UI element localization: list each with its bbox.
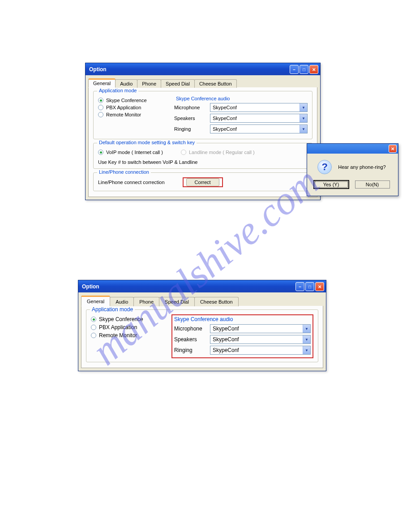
radio-label: Remote Monitor bbox=[106, 112, 141, 117]
select-speakers[interactable]: SkypeConf ▼ bbox=[210, 335, 311, 344]
label-microphone: Microphone bbox=[174, 326, 210, 332]
radio-label: VoIP mode ( Internet call ) bbox=[106, 150, 163, 155]
tab-general[interactable]: General bbox=[88, 78, 116, 88]
radio-landline-mode: Landline mode ( Regular call ) bbox=[181, 150, 255, 155]
group-application-mode: Application mode Skype Conference PBX Ap… bbox=[86, 309, 318, 362]
select-value: SkypeConf bbox=[213, 126, 237, 132]
titlebar-2: Option – □ ✕ bbox=[78, 280, 326, 292]
radio-icon bbox=[98, 150, 103, 155]
group-line-phone: Line/Phone connection Line/Phone connect… bbox=[93, 172, 313, 191]
radio-voip-mode[interactable]: VoIP mode ( Internet call ) bbox=[98, 150, 163, 155]
minimize-button[interactable]: – bbox=[295, 282, 304, 291]
minimize-button[interactable]: – bbox=[290, 65, 299, 74]
titlebar-1: Option – □ ✕ bbox=[86, 63, 320, 75]
radio-icon bbox=[91, 317, 96, 322]
select-microphone[interactable]: SkypeConf ▼ bbox=[210, 324, 311, 333]
option-window-2: Option – □ ✕ General Audio Phone Speed D… bbox=[78, 280, 326, 371]
radio-icon bbox=[98, 98, 103, 103]
tab-audio[interactable]: Audio bbox=[110, 297, 134, 306]
radio-label: PBX Application bbox=[99, 324, 137, 330]
group-title-app-mode: Application mode bbox=[97, 88, 138, 93]
tab-general[interactable]: General bbox=[81, 296, 110, 306]
maximize-button[interactable]: □ bbox=[300, 65, 308, 74]
correct-button[interactable]: Correct bbox=[186, 178, 219, 186]
client-area: General Audio Phone Speed Dial Cheese Bu… bbox=[78, 292, 326, 371]
dialog-text: Hear any phone-ring? bbox=[338, 164, 385, 170]
option-window-1: Option – □ ✕ General Audio Phone Speed D… bbox=[85, 63, 321, 200]
highlight-audio-section: Skype Conference audio Microphone SkypeC… bbox=[171, 314, 313, 358]
radio-label: Remote Monitor bbox=[99, 332, 137, 339]
radio-icon bbox=[91, 325, 96, 330]
group-application-mode: Application mode Skype Conference PBX Ap… bbox=[93, 91, 313, 139]
chevron-down-icon: ▼ bbox=[300, 114, 307, 122]
chevron-down-icon: ▼ bbox=[303, 335, 310, 343]
switch-key-hint: Use Key # to switch between VoIP & Landl… bbox=[98, 159, 308, 165]
radio-label: Skype Conference bbox=[99, 316, 143, 322]
tab-phone[interactable]: Phone bbox=[137, 79, 161, 88]
label-microphone: Microphone bbox=[174, 105, 210, 110]
close-button[interactable]: ✕ bbox=[309, 65, 318, 74]
tab-phone[interactable]: Phone bbox=[133, 297, 159, 306]
question-icon: ? bbox=[317, 160, 332, 174]
no-button[interactable]: No(N) bbox=[355, 180, 390, 189]
group-title-line-phone: Line/Phone connection bbox=[97, 169, 151, 175]
dialog-body: ? Hear any phone-ring? Yes (Y) No(N) bbox=[307, 154, 398, 196]
radio-label: Skype Conference bbox=[106, 98, 147, 103]
highlight-correct-button: Correct bbox=[183, 177, 223, 187]
chevron-down-icon: ▼ bbox=[303, 346, 310, 354]
tab-audio[interactable]: Audio bbox=[115, 79, 137, 88]
select-value: SkypeConf bbox=[213, 326, 239, 332]
dialog-close-button[interactable]: ✕ bbox=[389, 145, 397, 153]
radio-icon bbox=[98, 112, 103, 117]
label-ringing: Ringing bbox=[174, 126, 210, 132]
line-connect-label: Line/Phone connect correction bbox=[98, 180, 165, 185]
label-ringing: Ringing bbox=[174, 347, 210, 353]
radio-skype-conference[interactable]: Skype Conference bbox=[91, 316, 163, 322]
radio-skype-conference[interactable]: Skype Conference bbox=[98, 98, 165, 103]
radio-remote-monitor[interactable]: Remote Monitor bbox=[91, 332, 163, 339]
tab-bar: General Audio Phone Speed Dial Cheese Bu… bbox=[81, 295, 323, 306]
window-title: Option bbox=[82, 283, 99, 290]
panel-general: Application mode Skype Conference PBX Ap… bbox=[88, 87, 317, 197]
select-ringing[interactable]: SkypeConf ▼ bbox=[210, 346, 311, 355]
select-microphone[interactable]: SkypeConf ▼ bbox=[210, 103, 308, 112]
phone-ring-dialog: ✕ ? Hear any phone-ring? Yes (Y) No(N) bbox=[307, 143, 398, 196]
select-ringing[interactable]: SkypeConf ▼ bbox=[210, 124, 308, 133]
radio-icon bbox=[91, 333, 96, 338]
dialog-titlebar: ✕ bbox=[307, 144, 398, 154]
radio-icon bbox=[181, 150, 186, 155]
radio-pbx-application[interactable]: PBX Application bbox=[98, 105, 165, 110]
label-speakers: Speakers bbox=[174, 336, 210, 343]
label-speakers: Speakers bbox=[174, 116, 210, 121]
tab-speed-dial[interactable]: Speed Dial bbox=[161, 79, 195, 88]
select-value: SkypeConf bbox=[213, 105, 237, 110]
tab-bar: General Audio Phone Speed Dial Cheese Bu… bbox=[88, 78, 317, 88]
chevron-down-icon: ▼ bbox=[300, 125, 307, 133]
radio-icon bbox=[98, 105, 103, 110]
chevron-down-icon: ▼ bbox=[300, 103, 307, 112]
group-title-app-mode: Application mode bbox=[90, 306, 135, 313]
select-value: SkypeConf bbox=[213, 336, 239, 343]
chevron-down-icon: ▼ bbox=[303, 325, 310, 333]
window-title: Option bbox=[89, 66, 107, 73]
radio-label: Landline mode ( Regular call ) bbox=[189, 150, 255, 155]
close-button[interactable]: ✕ bbox=[315, 282, 324, 291]
title-buttons: – □ ✕ bbox=[295, 282, 324, 291]
group-title-audio: Skype Conference audio bbox=[174, 96, 308, 101]
select-speakers[interactable]: SkypeConf ▼ bbox=[210, 114, 308, 123]
tab-cheese-button[interactable]: Cheese Button bbox=[194, 79, 237, 88]
tab-cheese-button[interactable]: Cheese Button bbox=[194, 297, 239, 306]
group-operation-mode: Default operation mode setting & switch … bbox=[93, 143, 313, 169]
group-title-op-mode: Default operation mode setting & switch … bbox=[97, 140, 197, 145]
client-area: General Audio Phone Speed Dial Cheese Bu… bbox=[86, 75, 320, 200]
panel-general: Application mode Skype Conference PBX Ap… bbox=[81, 306, 323, 368]
maximize-button[interactable]: □ bbox=[305, 282, 314, 291]
tab-speed-dial[interactable]: Speed Dial bbox=[159, 297, 195, 306]
select-value: SkypeConf bbox=[213, 116, 237, 121]
radio-remote-monitor[interactable]: Remote Monitor bbox=[98, 112, 165, 117]
title-buttons: – □ ✕ bbox=[290, 65, 318, 74]
select-value: SkypeConf bbox=[213, 347, 239, 353]
radio-pbx-application[interactable]: PBX Application bbox=[91, 324, 163, 330]
group-title-audio: Skype Conference audio bbox=[174, 316, 311, 322]
yes-button[interactable]: Yes (Y) bbox=[314, 180, 349, 189]
